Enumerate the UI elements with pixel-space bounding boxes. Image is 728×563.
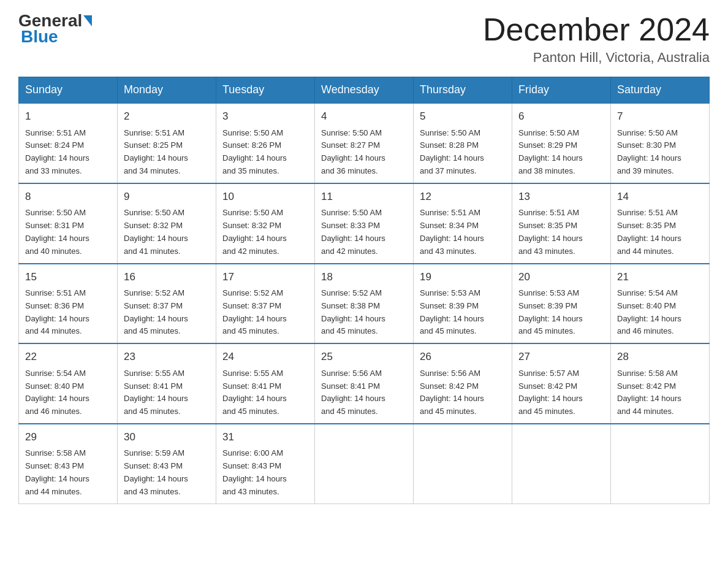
day-info: Sunrise: 5:55 AMSunset: 8:41 PMDaylight:… bbox=[124, 369, 188, 416]
day-info: Sunrise: 5:50 AMSunset: 8:26 PMDaylight:… bbox=[222, 128, 287, 175]
day-number: 18 bbox=[321, 269, 407, 285]
calendar-table: Sunday Monday Tuesday Wednesday Thursday… bbox=[18, 77, 710, 504]
table-row: 27 Sunrise: 5:57 AMSunset: 8:42 PMDaylig… bbox=[512, 343, 611, 424]
table-row: 1 Sunrise: 5:51 AMSunset: 8:24 PMDayligh… bbox=[19, 103, 118, 183]
day-info: Sunrise: 5:52 AMSunset: 8:37 PMDaylight:… bbox=[222, 288, 287, 335]
table-row: 19 Sunrise: 5:53 AMSunset: 8:39 PMDaylig… bbox=[414, 264, 512, 344]
header-sunday: Sunday bbox=[19, 77, 118, 104]
day-info: Sunrise: 5:51 AMSunset: 8:25 PMDaylight:… bbox=[124, 128, 188, 175]
day-info: Sunrise: 5:51 AMSunset: 8:35 PMDaylight:… bbox=[518, 208, 583, 255]
day-number: 9 bbox=[124, 189, 210, 205]
table-row: 26 Sunrise: 5:56 AMSunset: 8:42 PMDaylig… bbox=[414, 343, 512, 424]
table-row: 2 Sunrise: 5:51 AMSunset: 8:25 PMDayligh… bbox=[118, 103, 216, 183]
calendar-week-row: 15 Sunrise: 5:51 AMSunset: 8:36 PMDaylig… bbox=[19, 264, 710, 344]
table-row: 5 Sunrise: 5:50 AMSunset: 8:28 PMDayligh… bbox=[414, 103, 512, 183]
day-info: Sunrise: 5:57 AMSunset: 8:42 PMDaylight:… bbox=[518, 369, 583, 416]
day-number: 31 bbox=[222, 429, 308, 445]
day-number: 26 bbox=[420, 349, 506, 365]
day-info: Sunrise: 6:00 AMSunset: 8:43 PMDaylight:… bbox=[222, 448, 287, 496]
table-row: 29 Sunrise: 5:58 AMSunset: 8:43 PMDaylig… bbox=[19, 424, 118, 504]
day-number: 11 bbox=[321, 189, 407, 205]
logo-triangle-icon bbox=[83, 15, 92, 26]
header-friday: Friday bbox=[512, 77, 611, 104]
day-info: Sunrise: 5:50 AMSunset: 8:33 PMDaylight:… bbox=[321, 208, 385, 255]
day-number: 4 bbox=[321, 109, 407, 124]
table-row: 25 Sunrise: 5:56 AMSunset: 8:41 PMDaylig… bbox=[315, 343, 414, 424]
table-row: 21 Sunrise: 5:54 AMSunset: 8:40 PMDaylig… bbox=[611, 264, 710, 344]
day-number: 5 bbox=[420, 109, 506, 124]
day-info: Sunrise: 5:50 AMSunset: 8:32 PMDaylight:… bbox=[222, 208, 287, 255]
day-info: Sunrise: 5:52 AMSunset: 8:38 PMDaylight:… bbox=[321, 288, 385, 335]
day-number: 17 bbox=[222, 269, 308, 285]
day-info: Sunrise: 5:52 AMSunset: 8:37 PMDaylight:… bbox=[124, 288, 188, 335]
table-row: 8 Sunrise: 5:50 AMSunset: 8:31 PMDayligh… bbox=[19, 183, 118, 264]
day-number: 12 bbox=[420, 189, 506, 205]
day-info: Sunrise: 5:55 AMSunset: 8:41 PMDaylight:… bbox=[222, 369, 287, 416]
day-number: 22 bbox=[25, 349, 111, 365]
title-area: December 2024 Panton Hill, Victoria, Aus… bbox=[483, 12, 710, 66]
day-number: 21 bbox=[617, 269, 703, 285]
day-info: Sunrise: 5:56 AMSunset: 8:41 PMDaylight:… bbox=[321, 369, 385, 416]
table-row: 24 Sunrise: 5:55 AMSunset: 8:41 PMDaylig… bbox=[216, 343, 315, 424]
table-row bbox=[315, 424, 414, 504]
day-number: 27 bbox=[518, 349, 604, 365]
day-info: Sunrise: 5:53 AMSunset: 8:39 PMDaylight:… bbox=[420, 288, 484, 335]
table-row bbox=[414, 424, 512, 504]
day-number: 20 bbox=[518, 269, 604, 285]
day-info: Sunrise: 5:54 AMSunset: 8:40 PMDaylight:… bbox=[25, 369, 89, 416]
calendar-week-row: 22 Sunrise: 5:54 AMSunset: 8:40 PMDaylig… bbox=[19, 343, 710, 424]
logo-blue-text: Blue bbox=[21, 27, 58, 46]
calendar-week-row: 1 Sunrise: 5:51 AMSunset: 8:24 PMDayligh… bbox=[19, 103, 710, 183]
day-number: 13 bbox=[518, 189, 604, 205]
day-number: 7 bbox=[617, 109, 703, 124]
table-row: 22 Sunrise: 5:54 AMSunset: 8:40 PMDaylig… bbox=[19, 343, 118, 424]
day-number: 19 bbox=[420, 269, 506, 285]
day-info: Sunrise: 5:51 AMSunset: 8:24 PMDaylight:… bbox=[25, 128, 89, 175]
table-row: 6 Sunrise: 5:50 AMSunset: 8:29 PMDayligh… bbox=[512, 103, 611, 183]
day-number: 1 bbox=[25, 109, 111, 124]
day-number: 24 bbox=[222, 349, 308, 365]
day-info: Sunrise: 5:50 AMSunset: 8:30 PMDaylight:… bbox=[617, 128, 681, 175]
header-monday: Monday bbox=[118, 77, 216, 104]
calendar-week-row: 29 Sunrise: 5:58 AMSunset: 8:43 PMDaylig… bbox=[19, 424, 710, 504]
day-number: 15 bbox=[25, 269, 111, 285]
day-number: 10 bbox=[222, 189, 308, 205]
day-info: Sunrise: 5:51 AMSunset: 8:36 PMDaylight:… bbox=[25, 288, 89, 335]
page-header: General Blue December 2024 Panton Hill, … bbox=[18, 12, 710, 66]
calendar-week-row: 8 Sunrise: 5:50 AMSunset: 8:31 PMDayligh… bbox=[19, 183, 710, 264]
day-info: Sunrise: 5:51 AMSunset: 8:35 PMDaylight:… bbox=[617, 208, 681, 255]
day-number: 16 bbox=[124, 269, 210, 285]
day-info: Sunrise: 5:50 AMSunset: 8:32 PMDaylight:… bbox=[124, 208, 188, 255]
calendar-header-row: Sunday Monday Tuesday Wednesday Thursday… bbox=[19, 77, 710, 104]
day-number: 14 bbox=[617, 189, 703, 205]
day-number: 3 bbox=[222, 109, 308, 124]
day-info: Sunrise: 5:58 AMSunset: 8:43 PMDaylight:… bbox=[25, 448, 89, 496]
month-title: December 2024 bbox=[483, 12, 710, 47]
header-saturday: Saturday bbox=[611, 77, 710, 104]
table-row: 12 Sunrise: 5:51 AMSunset: 8:34 PMDaylig… bbox=[414, 183, 512, 264]
day-info: Sunrise: 5:56 AMSunset: 8:42 PMDaylight:… bbox=[420, 369, 484, 416]
table-row: 18 Sunrise: 5:52 AMSunset: 8:38 PMDaylig… bbox=[315, 264, 414, 344]
table-row: 30 Sunrise: 5:59 AMSunset: 8:43 PMDaylig… bbox=[118, 424, 216, 504]
day-info: Sunrise: 5:54 AMSunset: 8:40 PMDaylight:… bbox=[617, 288, 681, 335]
day-info: Sunrise: 5:58 AMSunset: 8:42 PMDaylight:… bbox=[617, 369, 681, 416]
day-number: 29 bbox=[25, 429, 111, 445]
table-row: 31 Sunrise: 6:00 AMSunset: 8:43 PMDaylig… bbox=[216, 424, 315, 504]
table-row: 11 Sunrise: 5:50 AMSunset: 8:33 PMDaylig… bbox=[315, 183, 414, 264]
logo-area: General Blue bbox=[18, 12, 93, 47]
table-row: 16 Sunrise: 5:52 AMSunset: 8:37 PMDaylig… bbox=[118, 264, 216, 344]
header-wednesday: Wednesday bbox=[315, 77, 414, 104]
day-info: Sunrise: 5:50 AMSunset: 8:31 PMDaylight:… bbox=[25, 208, 89, 255]
day-number: 8 bbox=[25, 189, 111, 205]
day-info: Sunrise: 5:50 AMSunset: 8:27 PMDaylight:… bbox=[321, 128, 385, 175]
table-row: 28 Sunrise: 5:58 AMSunset: 8:42 PMDaylig… bbox=[611, 343, 710, 424]
table-row: 15 Sunrise: 5:51 AMSunset: 8:36 PMDaylig… bbox=[19, 264, 118, 344]
day-number: 28 bbox=[617, 349, 703, 365]
table-row: 4 Sunrise: 5:50 AMSunset: 8:27 PMDayligh… bbox=[315, 103, 414, 183]
day-info: Sunrise: 5:51 AMSunset: 8:34 PMDaylight:… bbox=[420, 208, 484, 255]
table-row: 10 Sunrise: 5:50 AMSunset: 8:32 PMDaylig… bbox=[216, 183, 315, 264]
table-row: 9 Sunrise: 5:50 AMSunset: 8:32 PMDayligh… bbox=[118, 183, 216, 264]
day-number: 2 bbox=[124, 109, 210, 124]
day-info: Sunrise: 5:50 AMSunset: 8:29 PMDaylight:… bbox=[518, 128, 583, 175]
table-row: 20 Sunrise: 5:53 AMSunset: 8:39 PMDaylig… bbox=[512, 264, 611, 344]
